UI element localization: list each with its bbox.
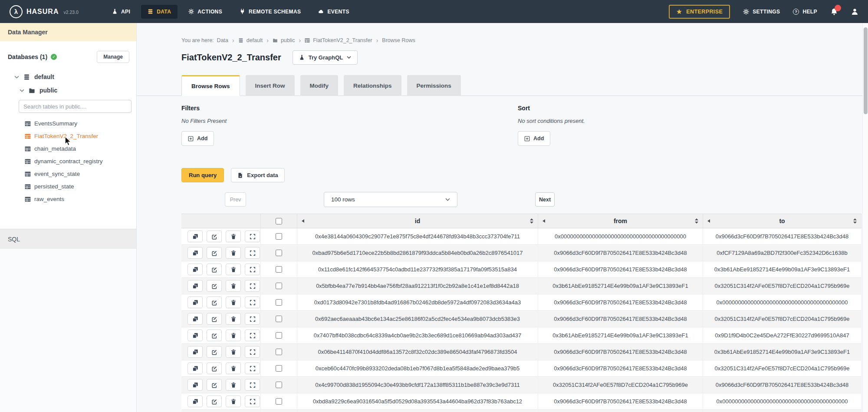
delete-row-button[interactable] — [226, 297, 241, 308]
clone-row-button[interactable] — [187, 264, 203, 275]
sidebar-table-item[interactable]: raw_events — [0, 193, 136, 205]
sidebar-table-item[interactable]: EventsSummary — [0, 117, 136, 130]
run-query-button[interactable]: Run query — [181, 168, 224, 182]
sidebar-sql-section[interactable]: SQL — [0, 229, 136, 249]
try-graphql-button[interactable]: Try GraphQL — [293, 50, 358, 65]
help-button[interactable]: ? HELP — [793, 9, 817, 15]
delete-row-button[interactable] — [226, 247, 241, 259]
nav-item-api[interactable]: API — [105, 5, 137, 19]
notifications-button[interactable] — [830, 8, 838, 16]
collapse-column-icon[interactable] — [302, 219, 304, 223]
edit-row-button[interactable] — [207, 313, 222, 325]
row-checkbox[interactable] — [276, 283, 282, 289]
tab[interactable]: Insert Row — [246, 75, 295, 96]
expand-row-button[interactable] — [245, 280, 260, 292]
delete-row-button[interactable] — [226, 363, 241, 374]
chevron-down-icon[interactable] — [20, 89, 24, 92]
sidebar-table-item[interactable]: persisted_state — [0, 180, 136, 193]
expand-row-button[interactable] — [245, 379, 260, 391]
edit-row-button[interactable] — [207, 379, 222, 391]
clone-row-button[interactable] — [187, 247, 203, 259]
edit-row-button[interactable] — [207, 346, 222, 358]
delete-row-button[interactable] — [226, 280, 241, 292]
chevron-down-icon[interactable] — [14, 76, 19, 79]
row-checkbox[interactable] — [276, 233, 282, 240]
tab[interactable]: Modify — [300, 75, 339, 96]
nav-item-events[interactable]: EVENTS — [312, 5, 355, 19]
add-filter-button[interactable]: Add — [181, 131, 214, 146]
clone-row-button[interactable] — [187, 231, 203, 242]
clone-row-button[interactable] — [187, 363, 203, 374]
column-header-id[interactable]: id — [297, 214, 538, 228]
clone-row-button[interactable] — [187, 330, 203, 341]
delete-row-button[interactable] — [226, 379, 241, 391]
expand-row-button[interactable] — [245, 346, 260, 358]
sidebar-table-item[interactable]: event_sync_state — [0, 168, 136, 180]
edit-row-button[interactable] — [207, 280, 222, 292]
edit-row-button[interactable] — [207, 330, 222, 341]
breadcrumb-database[interactable]: default — [247, 37, 263, 43]
export-data-button[interactable]: Export data — [231, 168, 285, 182]
collapse-column-icon[interactable] — [542, 219, 545, 223]
edit-row-button[interactable] — [207, 297, 222, 308]
clone-row-button[interactable] — [187, 379, 203, 391]
clone-row-button[interactable] — [187, 297, 203, 308]
row-checkbox[interactable] — [276, 332, 282, 339]
sidebar-table-item[interactable]: dynamic_contract_registry — [0, 155, 136, 168]
column-header-from[interactable]: from — [538, 214, 703, 228]
edit-row-button[interactable] — [207, 247, 222, 259]
clone-row-button[interactable] — [187, 280, 203, 292]
sort-toggle-icon[interactable] — [853, 218, 857, 224]
expand-row-button[interactable] — [245, 247, 260, 259]
expand-row-button[interactable] — [245, 264, 260, 275]
expand-row-button[interactable] — [245, 231, 260, 242]
edit-row-button[interactable] — [207, 231, 222, 242]
vertical-scrollbar-track[interactable] — [862, 23, 868, 412]
nav-item-data[interactable]: DATA — [141, 5, 178, 19]
row-checkbox[interactable] — [276, 398, 282, 405]
clone-row-button[interactable] — [187, 346, 203, 358]
delete-row-button[interactable] — [226, 346, 241, 358]
clone-row-button[interactable] — [187, 396, 203, 407]
breadcrumb-table[interactable]: FiatTokenV2_2_Transfer — [313, 37, 372, 43]
sort-toggle-icon[interactable] — [695, 218, 698, 224]
manage-button[interactable]: Manage — [97, 51, 129, 63]
expand-row-button[interactable] — [245, 313, 260, 325]
select-all-checkbox[interactable] — [276, 218, 282, 224]
delete-row-button[interactable] — [226, 330, 241, 341]
sort-toggle-icon[interactable] — [530, 218, 533, 224]
nav-item-actions[interactable]: ACTIONS — [182, 5, 229, 19]
tab[interactable]: Relationships — [344, 75, 401, 96]
tree-item-schema-public[interactable]: public — [20, 87, 136, 94]
next-page-button[interactable]: Next — [535, 192, 555, 207]
row-checkbox[interactable] — [276, 365, 282, 372]
nav-item-remote-schemas[interactable]: REMOTE SCHEMAS — [233, 5, 307, 19]
collapse-column-icon[interactable] — [707, 219, 710, 223]
row-checkbox[interactable] — [276, 299, 282, 306]
delete-row-button[interactable] — [226, 264, 241, 275]
breadcrumb-schema[interactable]: public — [281, 37, 295, 43]
clone-row-button[interactable] — [187, 313, 203, 325]
user-icon[interactable] — [851, 8, 858, 15]
page-size-select[interactable]: 100 rows — [324, 192, 457, 207]
tree-item-database-default[interactable]: default — [14, 73, 136, 80]
tab[interactable]: Permissions — [407, 75, 461, 96]
add-sort-button[interactable]: Add — [518, 131, 550, 146]
delete-row-button[interactable] — [226, 231, 241, 242]
expand-row-button[interactable] — [245, 297, 260, 308]
settings-button[interactable]: SETTINGS — [743, 9, 780, 15]
edit-row-button[interactable] — [207, 396, 222, 407]
row-checkbox[interactable] — [276, 266, 282, 273]
edit-row-button[interactable] — [207, 264, 222, 275]
delete-row-button[interactable] — [226, 396, 241, 407]
expand-row-button[interactable] — [245, 363, 260, 374]
row-checkbox[interactable] — [276, 349, 282, 355]
row-checkbox[interactable] — [276, 250, 282, 256]
tab[interactable]: Browse Rows — [181, 75, 240, 96]
expand-row-button[interactable] — [245, 396, 260, 407]
column-header-to[interactable]: to — [703, 214, 861, 228]
delete-row-button[interactable] — [226, 313, 241, 325]
row-checkbox[interactable] — [276, 316, 282, 322]
table-search-input[interactable] — [19, 100, 132, 113]
row-checkbox[interactable] — [276, 382, 282, 388]
